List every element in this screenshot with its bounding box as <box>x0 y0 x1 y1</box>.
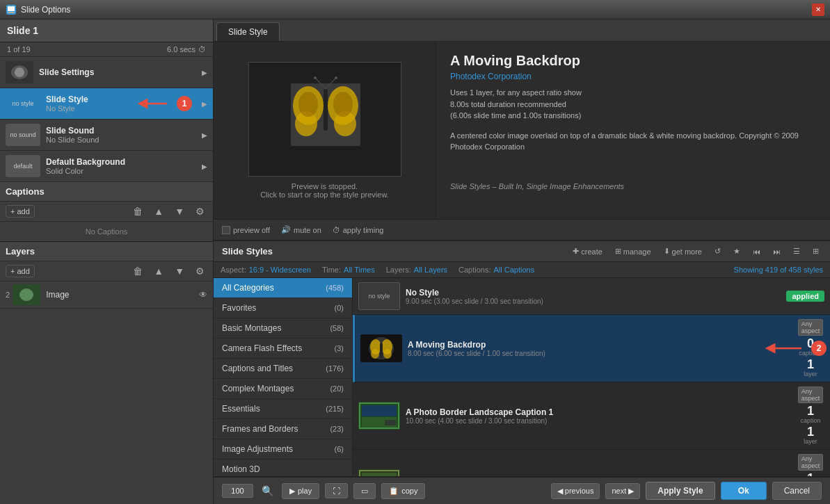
previous-button[interactable]: ◀ previous <box>551 483 600 499</box>
slide-style-text: Slide Style No Style <box>46 95 202 113</box>
category-image-count: (6) <box>335 445 344 453</box>
close-button[interactable]: ✕ <box>812 3 824 16</box>
category-motion-3d[interactable]: Motion 3D <box>214 460 352 476</box>
move-layer-up-button[interactable]: ▲ <box>151 264 166 278</box>
captions-title: Captions <box>6 186 45 197</box>
svg-rect-35 <box>385 420 396 425</box>
svg-point-28 <box>383 349 392 359</box>
slide-sound-item[interactable]: no sound Slide Sound No Slide Sound ▶ <box>0 120 213 151</box>
mute-on-ctrl[interactable]: 🔊 mute on <box>281 225 321 234</box>
style-item-landscape-2[interactable]: A Photo Border Landscape Caption 2 10.00… <box>353 450 830 476</box>
category-basic-montages[interactable]: Basic Montages (58) <box>214 318 352 339</box>
slide-style-sub: No Style <box>46 104 202 113</box>
style-item-moving-backdrop[interactable]: A Moving Backdrop 8.00 sec (6.00 sec sli… <box>353 315 830 382</box>
category-frames-name: Frames and Borders <box>222 424 298 434</box>
style-item-landscape-1[interactable]: A Photo Border Landscape Caption 1 10.00… <box>353 382 830 450</box>
style-preview-area: Preview is stopped. Click to start or st… <box>214 42 830 219</box>
category-image-adj[interactable]: Image Adjustments (6) <box>214 439 352 460</box>
app-icon <box>6 4 17 15</box>
star-button[interactable]: ★ <box>731 245 743 257</box>
chevron-right-icon: ▶ <box>202 69 207 76</box>
list-view-button[interactable]: ☰ <box>790 245 803 257</box>
refresh-button[interactable]: ↺ <box>712 245 724 257</box>
captions-filter-value[interactable]: All Captions <box>494 266 535 274</box>
delete-caption-button[interactable]: 🗑 <box>130 204 145 218</box>
apply-timing-ctrl[interactable]: ⏱ apply timing <box>333 226 384 234</box>
category-complex-name: Complex Montages <box>222 384 294 393</box>
slide-style-item[interactable]: no style Slide Style No Style ▶ 1 <box>0 88 213 120</box>
play-button[interactable]: ▶ play <box>282 483 319 499</box>
next-button[interactable]: next ▶ <box>605 483 640 499</box>
move-layer-down-button[interactable]: ▼ <box>172 264 187 278</box>
slide-info: 1 of 19 6.0 secs ⏱ <box>0 42 213 57</box>
category-essentials[interactable]: Essentials (215) <box>214 399 352 419</box>
right-arrow-icon: ▶ <box>628 487 634 495</box>
categories-list: All Categories (458) Favorites (0) Basic… <box>214 278 353 476</box>
preview-off-ctrl[interactable]: preview off <box>222 226 270 234</box>
svg-rect-18 <box>324 89 328 131</box>
style-item-no-style[interactable]: no style No Style 9.00 sec (3.00 sec sli… <box>353 278 830 315</box>
cancel-button[interactable]: Cancel <box>772 482 822 500</box>
svg-point-22 <box>335 76 337 79</box>
category-complex-montages[interactable]: Complex Montages (20) <box>214 379 352 399</box>
showing-count: Showing 419 of 458 styles <box>734 266 823 274</box>
preview-off-checkbox[interactable] <box>222 226 230 234</box>
get-more-button[interactable]: ⬇ get more <box>661 245 705 257</box>
captions-filter-label: Captions: <box>458 266 490 274</box>
no-style-badge: no style <box>6 92 40 115</box>
svg-point-27 <box>371 349 379 359</box>
default-bg-sub: Solid Color <box>46 167 202 175</box>
aspect-filter-value[interactable]: 16:9 - Widescreen <box>249 266 311 274</box>
add-layer-button[interactable]: + add <box>6 265 35 277</box>
styles-toolbar: ✚ create ⊞ manage ⬇ get more ↺ ★ ⏮ ⏭ <box>570 245 822 257</box>
prev-style-button[interactable]: ⏮ <box>750 246 763 257</box>
layer-item[interactable]: 2 Image 👁 <box>0 282 213 309</box>
visibility-icon[interactable]: 👁 <box>199 290 207 300</box>
category-essentials-name: Essentials <box>222 404 260 414</box>
fullscreen-button[interactable]: ⛶ <box>325 483 348 498</box>
speaker-icon: 🔊 <box>281 225 291 234</box>
any-aspect-badge: Anyaspect <box>798 319 824 336</box>
category-favorites[interactable]: Favorites (0) <box>214 298 352 318</box>
category-captions-titles[interactable]: Captions and Titles (176) <box>214 359 352 379</box>
category-all[interactable]: All Categories (458) <box>214 278 352 298</box>
svg-point-5 <box>15 67 24 77</box>
next-style-button[interactable]: ⏭ <box>770 246 783 257</box>
time-filter-value[interactable]: All Times <box>344 266 375 274</box>
apply-style-button[interactable]: Apply Style <box>646 482 715 500</box>
copy-button[interactable]: 📋 copy <box>381 483 425 499</box>
category-camera-flash[interactable]: Camera Flash Effects (3) <box>214 339 352 359</box>
moving-backdrop-thumb <box>360 334 402 362</box>
slide-style-tab[interactable]: Slide Style <box>216 22 280 41</box>
caption-settings-button[interactable]: ⚙ <box>193 204 207 218</box>
preview-info: A Moving Backdrop Photodex Corporation U… <box>436 42 830 219</box>
move-caption-down-button[interactable]: ▼ <box>172 204 187 218</box>
moving-backdrop-meta: Anyaspect 0 captions 1 layer <box>797 319 824 377</box>
default-background-item[interactable]: default Default Background Solid Color ▶ <box>0 151 213 182</box>
zoom-input[interactable] <box>222 484 253 498</box>
slide-sound-text: Slide Sound No Slide Sound <box>46 126 202 144</box>
move-caption-up-button[interactable]: ▲ <box>151 204 166 218</box>
delete-layer-button[interactable]: 🗑 <box>130 264 145 278</box>
zoom-icon-button[interactable]: 🔍 <box>259 484 276 498</box>
add-caption-button[interactable]: + add <box>6 205 35 218</box>
aspect-filter: Aspect: 16:9 - Widescreen <box>221 266 311 274</box>
applied-badge: applied <box>786 291 824 302</box>
filters-bar: Aspect: 16:9 - Widescreen Time: All Time… <box>214 262 830 278</box>
grid-view-button[interactable]: ⊞ <box>810 245 822 257</box>
layers-filter: Layers: All Layers <box>386 266 447 274</box>
moving-backdrop-sub: 8.00 sec (6.00 sec slide / 1.00 sec tran… <box>408 350 791 357</box>
ok-button[interactable]: Ok <box>721 482 767 500</box>
landscape-1-sub: 10.00 sec (4.00 sec slide / 3.00 sec tra… <box>406 417 791 425</box>
slide-styles-section: Slide Styles ✚ create ⊞ manage ⬇ get mor… <box>214 240 830 476</box>
layer-settings-button[interactable]: ⚙ <box>193 264 207 278</box>
layers-filter-value[interactable]: All Layers <box>414 266 447 274</box>
slide-settings-item[interactable]: Slide Settings ▶ <box>0 57 213 88</box>
manage-styles-button[interactable]: ⊞ manage <box>612 245 654 257</box>
window-button[interactable]: ▭ <box>353 483 376 499</box>
create-style-button[interactable]: ✚ create <box>570 245 605 257</box>
layers-header: Layers <box>0 242 213 261</box>
category-frames-borders[interactable]: Frames and Borders (23) <box>214 419 352 439</box>
svg-rect-29 <box>380 343 383 358</box>
preview-image-container[interactable] <box>248 62 401 177</box>
